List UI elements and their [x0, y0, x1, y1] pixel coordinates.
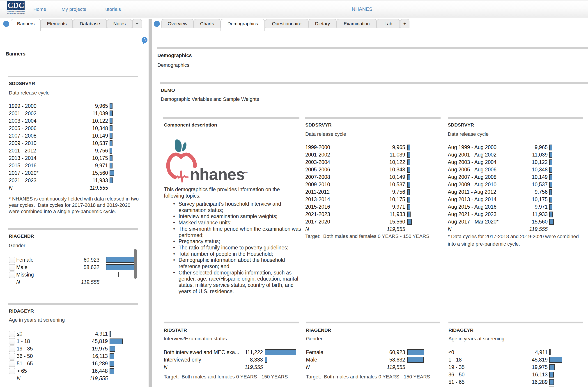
svg-text:CDC: CDC — [8, 1, 24, 9]
svg-text:™: ™ — [244, 171, 248, 176]
svg-text:CENTERS FOR DISEASE: CENTERS FOR DISEASE — [7, 11, 24, 12]
svg-text:nhanes: nhanes — [190, 165, 245, 183]
svg-text:CONTROL AND PREVENTION: CONTROL AND PREVENTION — [7, 13, 24, 14]
